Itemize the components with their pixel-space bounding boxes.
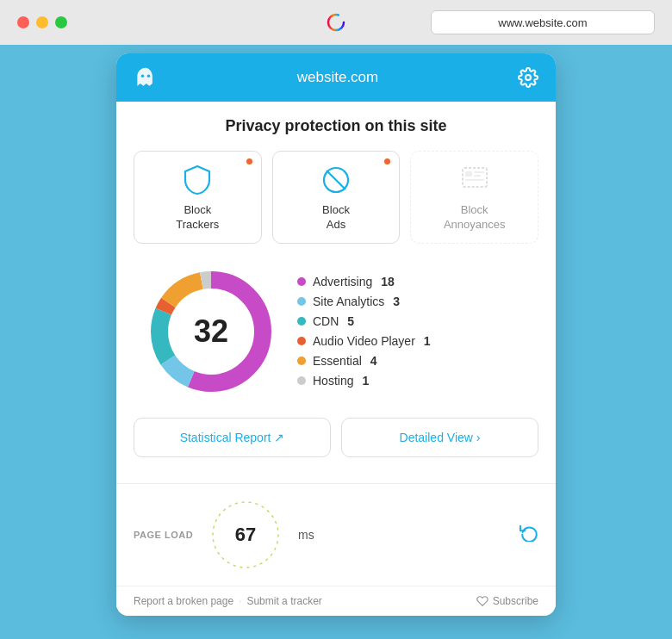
cdn-count: 5 [347,314,354,328]
svg-point-3 [526,75,531,80]
traffic-lights [17,16,67,28]
svg-point-2 [147,75,151,78]
shield-icon [181,164,214,196]
svg-point-1 [141,75,145,78]
popup-footer: Report a broken page · Submit a tracker … [116,586,556,616]
svg-rect-10 [465,179,484,181]
legend-essential: Essential 4 [297,354,431,368]
hosting-count: 1 [362,374,369,388]
legend-audio-video: Audio Video Player 1 [297,334,431,348]
report-broken-link[interactable]: Report a broken page [134,595,233,607]
popup-header: website.com [116,53,556,102]
stats-section: 32 Advertising 18 Site Analytics 3 CDN 5 [134,263,538,400]
close-button[interactable] [17,16,29,28]
statistical-report-label: Statistical Report ↗ [180,431,285,444]
block-ads-button[interactable]: BlockAds [272,151,401,244]
address-bar[interactable]: www.website.com [431,10,655,34]
legend-cdn: CDN 5 [297,314,431,328]
donut-chart: 32 [142,263,280,400]
minimize-button[interactable] [36,16,48,28]
subscribe-label: Subscribe [493,595,538,607]
site-analytics-dot [297,297,306,306]
detailed-view-button[interactable]: Detailed View › [341,418,538,457]
essential-dot [297,357,306,365]
audio-video-count: 1 [424,334,431,348]
page-load-unit: ms [298,528,314,542]
popup-title: website.com [158,69,518,86]
detailed-view-label: Detailed View › [400,431,481,444]
svg-rect-7 [465,171,472,177]
page-load-label: PAGE LOAD [134,530,193,540]
site-analytics-count: 3 [393,295,400,308]
trackers-dot [246,158,252,164]
advertising-count: 18 [381,275,395,288]
settings-icon[interactable] [518,67,538,88]
protection-buttons: BlockTrackers BlockAds [134,151,538,244]
section-title: Privacy protection on this site [134,117,538,135]
page-load-section: PAGE LOAD 67 ms [116,483,556,586]
maximize-button[interactable] [55,16,67,28]
block-trackers-button[interactable]: BlockTrackers [134,151,262,244]
footer-separator: · [239,595,241,607]
legend-site-analytics: Site Analytics 3 [297,295,431,308]
svg-line-5 [327,171,345,189]
block-annoyances-button[interactable]: BlockAnnoyances [410,151,538,244]
block-icon [320,164,352,196]
block-ads-label: BlockAds [322,203,350,233]
submit-tracker-link[interactable]: Submit a tracker [246,595,321,607]
site-analytics-label: Site Analytics [313,295,384,308]
legend-advertising: Advertising 18 [297,275,431,288]
popup-body: Privacy protection on this site BlockTra… [116,102,556,483]
annoyances-icon [458,164,491,196]
audio-video-dot [297,337,306,345]
advertising-label: Advertising [313,275,372,288]
title-bar: www.website.com [0,0,672,45]
speed-gauge: 67 [207,496,284,574]
ads-dot [384,158,390,164]
svg-rect-6 [463,168,487,187]
audio-video-label: Audio Video Player [313,334,415,348]
popup-container: website.com Privacy protection on this s… [116,53,556,616]
statistical-report-button[interactable]: Statistical Report ↗ [134,418,331,457]
hosting-label: Hosting [313,374,353,388]
footer-links: Report a broken page · Submit a tracker [134,595,322,607]
legend: Advertising 18 Site Analytics 3 CDN 5 Au… [297,275,431,388]
tracker-total: 32 [194,313,228,350]
block-annoyances-label: BlockAnnoyances [444,203,506,233]
essential-count: 4 [370,354,377,368]
legend-hosting: Hosting 1 [297,374,431,388]
page-load-value: 67 [235,524,256,546]
action-buttons: Statistical Report ↗ Detailed View › [134,418,538,457]
essential-label: Essential [313,354,362,368]
svg-point-0 [328,15,344,30]
cdn-dot [297,317,306,326]
hosting-dot [297,376,306,385]
cdn-label: CDN [313,314,339,328]
svg-rect-9 [474,175,481,177]
loading-icon [326,12,346,33]
heart-icon [476,595,488,607]
refresh-button[interactable] [520,523,538,547]
block-trackers-label: BlockTrackers [176,203,219,233]
svg-rect-8 [474,171,484,173]
ghost-icon [134,65,158,90]
subscribe-button[interactable]: Subscribe [476,595,538,607]
address-text: www.website.com [498,16,587,29]
advertising-dot [297,277,306,286]
